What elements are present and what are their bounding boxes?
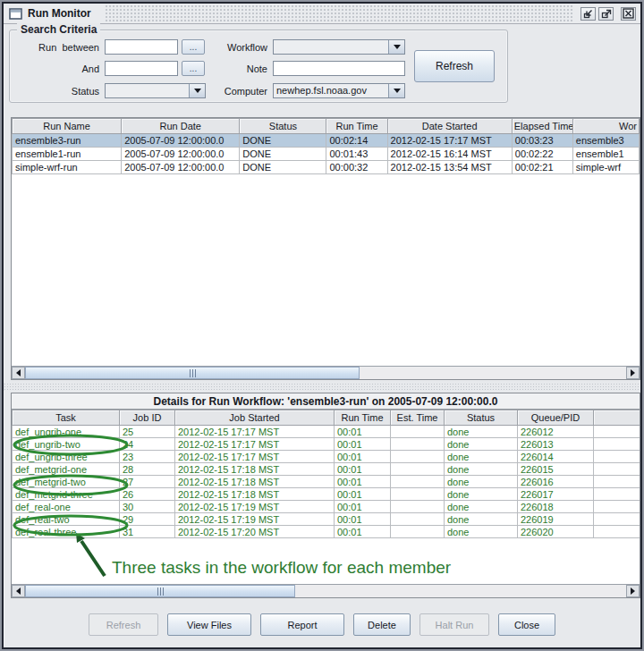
table-row[interactable]: def_ungrib-one252012-02-15 17:17 MST00:0… [13,426,640,438]
column-header[interactable] [594,410,640,426]
minimize-button[interactable] [580,7,596,21]
table-cell: 2012-02-15 17:18 MST [175,476,335,488]
details-table: TaskJob IDJob StartedRun TimeEst. TimeSt… [12,410,640,538]
table-row[interactable]: def_metgrid-two272012-02-15 17:18 MST00:… [13,476,640,488]
table-cell [594,426,640,438]
table-cell: ensemble3-run [13,134,122,148]
note-input[interactable] [273,61,405,76]
status-dropdown[interactable] [105,83,206,98]
maximize-button[interactable] [598,7,614,21]
column-header[interactable]: Run Date [122,119,240,134]
computer-dropdown-arrow[interactable] [388,84,404,97]
column-header[interactable]: Date Started [387,119,512,134]
table-cell: 226018 [518,501,594,513]
table-cell [391,513,445,526]
column-header[interactable]: Task [13,410,120,426]
table-row[interactable]: def_ungrib-three232012-02-15 17:17 MST00… [13,451,640,463]
table-cell [594,451,640,463]
table-cell: 00:01 [335,476,391,488]
annotation-arrow [81,541,105,576]
table-cell: 2005-07-09 12:00:00.0 [122,134,240,148]
status-label: Status [15,86,99,97]
table-cell: 00:01 [335,451,391,463]
column-header[interactable]: Status [445,410,518,426]
scroll-left-button[interactable] [12,585,25,597]
runs-horizontal-scrollbar[interactable] [12,366,640,379]
table-cell: def_ungrib-three [13,451,120,463]
column-header[interactable]: Elapsed Time [512,119,572,134]
details-title: Details for Run Workflow: 'ensemble3-run… [12,393,640,410]
table-cell: ensemble1-run [13,148,122,161]
table-cell: 226020 [518,526,594,538]
table-row[interactable]: def_ungrib-two242012-02-15 17:17 MST00:0… [13,438,640,451]
scroll-right-button[interactable] [626,367,640,379]
scrollbar-grip-icon [190,369,196,377]
column-header[interactable]: Job ID [120,410,175,426]
scrollbar-track[interactable] [25,585,626,597]
scroll-right-button[interactable] [626,585,640,597]
scroll-left-button[interactable] [12,367,25,379]
table-cell: 27 [120,476,175,488]
table-row[interactable]: simple-wrf-run2005-07-09 12:00:00.0DONE0… [13,161,640,174]
table-cell: 00:02:21 [512,161,572,174]
scrollbar-track[interactable] [25,367,626,379]
table-cell: done [445,463,518,476]
details-horizontal-scrollbar[interactable] [12,584,640,597]
and-date-picker-button[interactable]: ... [182,61,205,76]
close-button[interactable] [621,7,636,21]
table-cell: def_ungrib-one [13,426,120,438]
maximize-icon [601,9,612,19]
column-header[interactable]: Status [240,119,326,134]
workflow-dropdown[interactable] [273,39,405,55]
search-refresh-button[interactable]: Refresh [414,50,495,82]
table-cell: DONE [240,134,326,148]
table-cell: def_metgrid-one [13,463,120,476]
run-between-date-picker-button[interactable]: ... [182,39,205,55]
table-row[interactable]: def_real-one302012-02-15 17:19 MST00:01d… [13,501,640,513]
table-cell: 2012-02-15 17:18 MST [175,488,335,501]
table-row[interactable]: def_metgrid-three262012-02-15 17:18 MST0… [13,488,640,501]
column-header[interactable]: Run Time [326,119,387,134]
run-between-input[interactable] [105,39,178,55]
table-cell [594,476,640,488]
table-cell: def_ungrib-two [13,438,120,451]
view-files-button[interactable]: View Files [167,613,251,636]
table-row[interactable]: ensemble3-run2005-07-09 12:00:00.0DONE00… [13,134,640,148]
table-row[interactable]: def_metgrid-one282012-02-15 17:18 MST00:… [13,463,640,476]
scrollbar-thumb[interactable] [25,367,360,379]
table-cell [594,438,640,451]
column-header[interactable]: Queue/PID [518,410,594,426]
search-criteria-group: Search Criteria Run between ... And ... … [9,30,508,103]
delete-button[interactable]: Delete [353,613,411,636]
status-dropdown-arrow[interactable] [189,84,205,97]
column-header[interactable]: Run Time [335,410,391,426]
table-cell: 00:00:32 [326,161,387,174]
close-button[interactable]: Close [498,613,555,636]
table-cell: done [445,476,518,488]
table-cell [391,476,445,488]
table-cell [594,501,640,513]
table-cell: 28 [120,463,175,476]
table-row[interactable]: ensemble1-run2005-07-09 12:00:00.0DONE00… [13,148,640,161]
run-monitor-window: Run Monitor [2,2,642,649]
column-header[interactable]: Run Name [13,119,122,134]
title-bar-left: Run Monitor [4,4,104,23]
refresh-button: Refresh [89,613,158,636]
column-header[interactable]: Est. Time [391,410,445,426]
scrollbar-thumb[interactable] [25,585,295,597]
table-cell: 24 [120,438,175,451]
split-pane-divider[interactable] [4,383,640,391]
and-input[interactable] [105,61,178,76]
table-cell [391,463,445,476]
report-button[interactable]: Report [260,613,344,636]
workflow-dropdown-arrow[interactable] [388,40,404,54]
column-header[interactable]: Job Started [175,410,335,426]
table-row[interactable]: def_real-two292012-02-15 17:19 MST00:01d… [13,513,640,526]
title-bar[interactable]: Run Monitor [4,4,640,24]
table-cell: 00:01 [335,426,391,438]
table-cell: 2012-02-15 17:17 MST [387,134,512,148]
column-header[interactable]: Wor [572,119,639,134]
table-row[interactable]: def_real-three312012-02-15 17:20 MST00:0… [13,526,640,538]
table-cell: 2012-02-15 13:54 MST [387,161,512,174]
computer-dropdown[interactable]: newhep.fsl.noaa.gov [273,83,405,98]
